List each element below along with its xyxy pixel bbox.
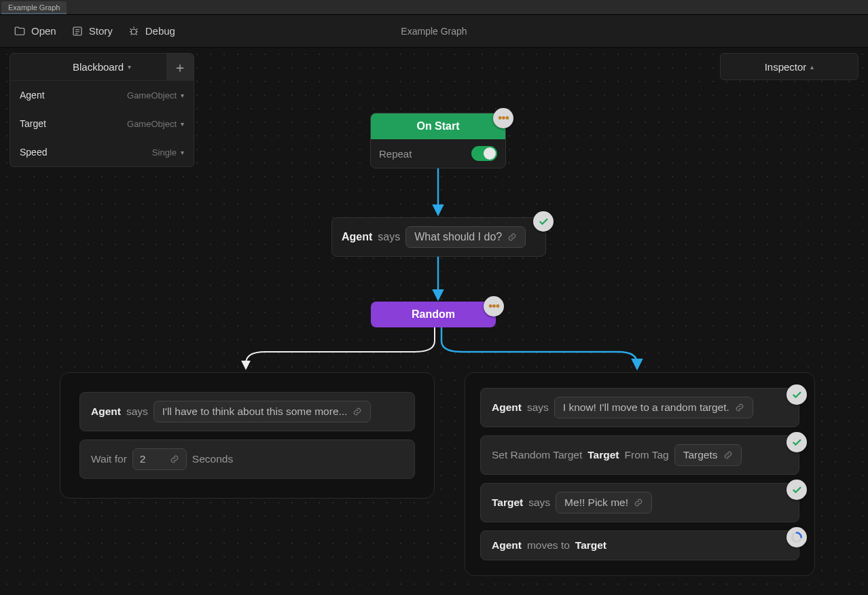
node-on-start[interactable]: On Start Repeat ••• [370, 113, 506, 168]
debug-label: Debug [145, 25, 175, 37]
node-agent-says-1[interactable]: Agent says What should I do? [331, 217, 546, 257]
wait-suffix: Seconds [192, 453, 233, 465]
verb-label: says [527, 401, 549, 414]
node-random[interactable]: Random ••• [371, 302, 496, 327]
target-label: Target [575, 539, 607, 552]
dialogue-text: I know! I'll move to a random target. [563, 401, 729, 414]
dialogue-pill[interactable]: I'll have to think about this some more.… [153, 401, 372, 422]
var-name: Agent [20, 90, 45, 101]
link-icon [723, 450, 733, 460]
story-icon [71, 25, 84, 37]
link-icon [352, 407, 362, 416]
open-label: Open [31, 25, 56, 37]
dialogue-text: What should I do? [414, 231, 502, 243]
blackboard-title: Blackboard [73, 61, 124, 73]
chevron-down-icon: ▾ [181, 120, 184, 128]
node-agent-says-think[interactable]: Agent says I'll have to think about this… [79, 392, 415, 431]
bug-icon [128, 25, 140, 37]
inspector-panel-toggle[interactable]: Inspector ▴ [720, 53, 858, 80]
open-button[interactable]: Open [14, 25, 56, 37]
story-button[interactable]: Story [71, 25, 113, 37]
chevron-up-icon: ▴ [810, 63, 814, 71]
node-status-success-icon [533, 211, 554, 232]
wait-value-pill[interactable]: 2 [132, 448, 187, 470]
svg-point-1 [131, 29, 137, 35]
node-status-running-icon: ••• [493, 108, 513, 128]
verb-label: says [126, 405, 148, 418]
dialogue-pill[interactable]: I know! I'll move to a random target. [554, 397, 753, 418]
node-status-success-icon [786, 384, 807, 405]
node-status-pending-icon [786, 527, 807, 547]
node-header: Random [371, 302, 496, 327]
link-icon [735, 403, 744, 412]
node-header: On Start [371, 113, 505, 139]
blackboard-var-agent[interactable]: Agent GameObject▾ [10, 81, 194, 109]
node-status-running-icon: ••• [484, 296, 504, 317]
dialogue-pill[interactable]: What should I do? [405, 226, 526, 248]
graph-canvas[interactable]: Blackboard ▾ ＋ Agent GameObject▾ Target … [0, 48, 868, 595]
var-type: Single [152, 147, 177, 158]
set-prefix: Set Random Target [492, 449, 582, 461]
wait-prefix: Wait for [91, 453, 127, 465]
node-set-random-target[interactable]: Set Random Target Target From Tag Target… [480, 435, 799, 475]
tag-text: Targets [683, 449, 718, 461]
link-icon [634, 498, 643, 507]
story-label: Story [89, 25, 113, 37]
tab-example-graph[interactable]: Example Graph [1, 1, 67, 14]
chevron-down-icon: ▾ [181, 149, 184, 156]
var-name: Target [20, 118, 46, 129]
node-target-says[interactable]: Target says Me!! Pick me! [480, 483, 799, 522]
link-icon [507, 232, 517, 242]
node-agent-says-move[interactable]: Agent says I know! I'll move to a random… [480, 388, 799, 427]
var-type: GameObject [127, 119, 177, 129]
verb-label: says [528, 497, 550, 509]
inspector-title: Inspector [765, 61, 807, 73]
link-icon [170, 454, 179, 464]
set-var: Target [587, 449, 619, 461]
blackboard-add-button[interactable]: ＋ [166, 54, 194, 81]
node-wait[interactable]: Wait for 2 Seconds [79, 439, 415, 479]
debug-button[interactable]: Debug [128, 25, 175, 37]
var-type: GameObject [127, 90, 177, 101]
repeat-label: Repeat [379, 148, 412, 160]
dialogue-text: Me!! Pick me! [564, 497, 628, 509]
tab-bar: Example Graph [0, 0, 868, 15]
verb-label: moves to [527, 539, 570, 552]
graph-title: Example Graph [401, 26, 467, 37]
sequence-group-left[interactable]: Agent says I'll have to think about this… [60, 372, 435, 499]
dialogue-text: I'll have to think about this some more.… [162, 405, 348, 418]
sequence-group-right[interactable]: Agent says I know! I'll move to a random… [465, 372, 815, 576]
actor-label: Target [492, 497, 523, 509]
node-status-success-icon [786, 480, 807, 500]
node-agent-moves-to[interactable]: Agent moves to Target [480, 530, 799, 560]
chevron-down-icon: ▾ [181, 92, 184, 99]
set-mid: From Tag [625, 449, 669, 461]
blackboard-var-speed[interactable]: Speed Single▾ [10, 138, 194, 166]
var-name: Speed [20, 147, 47, 158]
actor-label: Agent [492, 401, 522, 414]
blackboard-panel: Blackboard ▾ ＋ Agent GameObject▾ Target … [10, 53, 194, 167]
chevron-down-icon: ▾ [128, 63, 131, 71]
verb-label: says [378, 231, 400, 243]
actor-label: Agent [91, 405, 121, 418]
actor-label: Agent [342, 231, 372, 243]
repeat-toggle[interactable] [471, 146, 497, 161]
blackboard-header[interactable]: Blackboard ▾ ＋ [10, 54, 194, 81]
dialogue-pill[interactable]: Me!! Pick me! [556, 492, 652, 513]
actor-label: Agent [492, 539, 522, 552]
wait-value: 2 [140, 453, 164, 465]
folder-icon [14, 25, 26, 37]
node-status-success-icon [786, 432, 807, 452]
blackboard-var-target[interactable]: Target GameObject▾ [10, 109, 194, 138]
tag-pill[interactable]: Targets [674, 444, 742, 466]
toolbar: Open Story Debug Example Graph [0, 15, 868, 48]
